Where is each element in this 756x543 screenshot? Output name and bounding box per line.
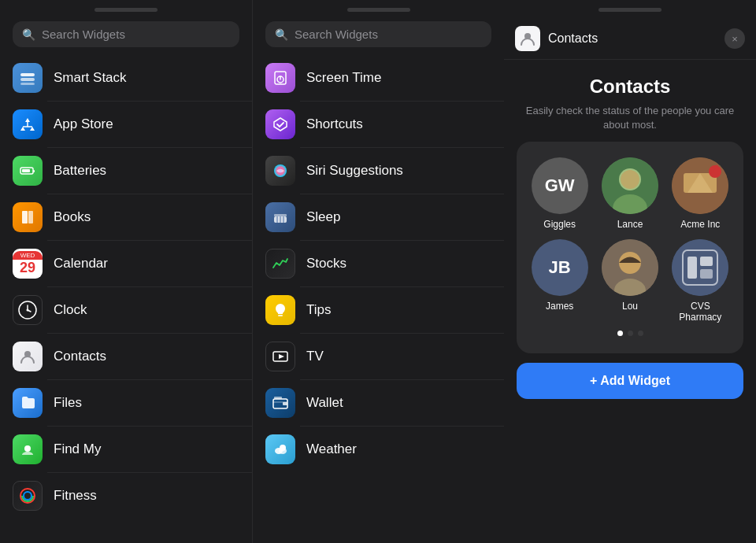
contact-name-giggles: Giggles [543, 219, 576, 230]
list-item-smart-stack[interactable]: Smart Stack [0, 55, 252, 101]
tips-label: Tips [306, 302, 332, 318]
clock-icon [13, 295, 43, 325]
list-item-fitness[interactable]: Fitness [0, 473, 252, 519]
svg-rect-24 [274, 214, 287, 216]
search-placeholder-2: Search Widgets [295, 28, 378, 41]
dot-3 [638, 331, 643, 336]
files-icon [13, 388, 43, 418]
svg-rect-2 [20, 83, 35, 85]
list-item-sleep[interactable]: Sleep [253, 194, 504, 240]
svg-point-50 [672, 239, 728, 296]
app-store-label: App Store [54, 116, 113, 132]
notch-bar-3 [598, 8, 662, 12]
search-bar-2[interactable]: 🔍 Search Widgets [265, 21, 491, 47]
contact-avatar-cvs [672, 239, 728, 296]
list-item-calendar[interactable]: WED 29 Calendar [0, 241, 252, 286]
contact-avatar-lou [602, 239, 658, 296]
widget-list-1: Smart Stack App Store Batteries Books [0, 55, 252, 543]
weather-label: Weather [306, 441, 357, 457]
contacts-hero-desc: Easily check the status of the people yo… [520, 104, 740, 132]
books-label: Books [54, 209, 91, 225]
wallet-icon [265, 388, 295, 418]
list-item-shortcuts[interactable]: Shortcuts [253, 102, 504, 147]
panel-1: 🔍 Search Widgets Smart Stack App Store B… [0, 0, 252, 543]
contact-item-lou: Lou [599, 239, 660, 323]
contact-avatar-giggles: GW [532, 157, 588, 214]
shortcuts-icon [265, 109, 295, 139]
contact-item-james: JB James [529, 239, 590, 323]
list-item-contacts[interactable]: Contacts [0, 334, 252, 379]
smart-stack-label: Smart Stack [54, 70, 127, 86]
find-my-label: Find My [54, 441, 101, 457]
contacts-icon [13, 342, 43, 371]
list-item-clock[interactable]: Clock [0, 287, 252, 333]
contacts-grid: GW Giggles Lance Acme Inc J [529, 157, 731, 323]
search-bar-1[interactable]: 🔍 Search Widgets [13, 21, 239, 47]
tips-icon [265, 295, 295, 325]
list-item-files[interactable]: Files [0, 380, 252, 426]
contacts-hero-section: Contacts Easily check the status of the … [504, 60, 756, 142]
sleep-icon [265, 202, 295, 232]
search-icon-2: 🔍 [275, 28, 288, 41]
contact-item-lance: Lance [599, 157, 660, 230]
svg-rect-8 [22, 211, 28, 223]
list-item-books[interactable]: Books [0, 194, 252, 240]
panel-2: 🔍 Search Widgets Screen Time Shortcuts S… [252, 0, 504, 543]
dot-2 [628, 331, 633, 336]
svg-rect-1 [20, 78, 35, 81]
weather-icon [265, 434, 295, 464]
close-button[interactable]: × [724, 28, 745, 49]
phone-top-3 [504, 0, 756, 17]
files-label: Files [54, 395, 82, 411]
svg-rect-7 [22, 169, 30, 172]
svg-point-18 [24, 492, 32, 500]
stocks-label: Stocks [306, 256, 346, 272]
add-widget-button[interactable]: + Add Widget [517, 363, 743, 399]
list-item-find-my[interactable]: Find My [0, 427, 252, 472]
sleep-label: Sleep [306, 209, 340, 225]
contacts-panel-title: Contacts [548, 31, 717, 46]
svg-rect-28 [278, 315, 283, 316]
search-placeholder-1: Search Widgets [42, 28, 125, 41]
books-icon [13, 202, 43, 232]
svg-rect-6 [33, 170, 35, 172]
app-store-icon [13, 109, 43, 139]
search-icon-1: 🔍 [22, 28, 35, 41]
list-item-weather[interactable]: Weather [253, 427, 504, 472]
contact-avatar-james: JB [532, 239, 588, 296]
svg-point-13 [27, 309, 29, 312]
svg-rect-54 [700, 269, 713, 279]
list-item-tips[interactable]: Tips [253, 287, 504, 333]
panel-contacts-detail: Contacts × Contacts Easily check the sta… [504, 0, 756, 543]
contact-avatar-lance [602, 157, 658, 214]
tv-icon [265, 342, 295, 371]
contact-item-acme: Acme Inc [670, 157, 731, 230]
widget-list-2: Screen Time Shortcuts Siri Suggestions S… [253, 55, 504, 543]
contact-name-lance: Lance [617, 219, 643, 230]
phone-top-1 [0, 0, 252, 17]
contacts-app-icon [515, 26, 540, 51]
notch-bar-2 [347, 8, 410, 12]
list-item-app-store[interactable]: App Store [0, 102, 252, 147]
svg-rect-53 [700, 257, 713, 266]
dot-1 [617, 331, 623, 336]
contacts-widget-preview: GW Giggles Lance Acme Inc J [517, 142, 743, 353]
list-item-wallet[interactable]: Wallet [253, 380, 504, 426]
list-item-stocks[interactable]: Stocks [253, 241, 504, 286]
svg-marker-30 [279, 354, 284, 359]
svg-rect-0 [20, 73, 35, 76]
find-my-icon [13, 434, 43, 464]
fitness-icon [13, 481, 43, 511]
list-item-screen-time[interactable]: Screen Time [253, 55, 504, 101]
contact-name-cvs: CVS Pharmacy [670, 301, 731, 323]
list-item-siri-suggestions[interactable]: Siri Suggestions [253, 148, 504, 194]
list-item-batteries[interactable]: Batteries [0, 148, 252, 194]
batteries-label: Batteries [54, 163, 106, 179]
contacts-label: Contacts [54, 349, 106, 364]
screen-time-label: Screen Time [306, 70, 381, 86]
svg-rect-9 [28, 211, 33, 223]
list-item-tv[interactable]: TV [253, 334, 504, 379]
contact-name-james: James [546, 301, 573, 312]
svg-point-15 [24, 445, 31, 452]
calendar-label: Calendar [54, 256, 108, 272]
